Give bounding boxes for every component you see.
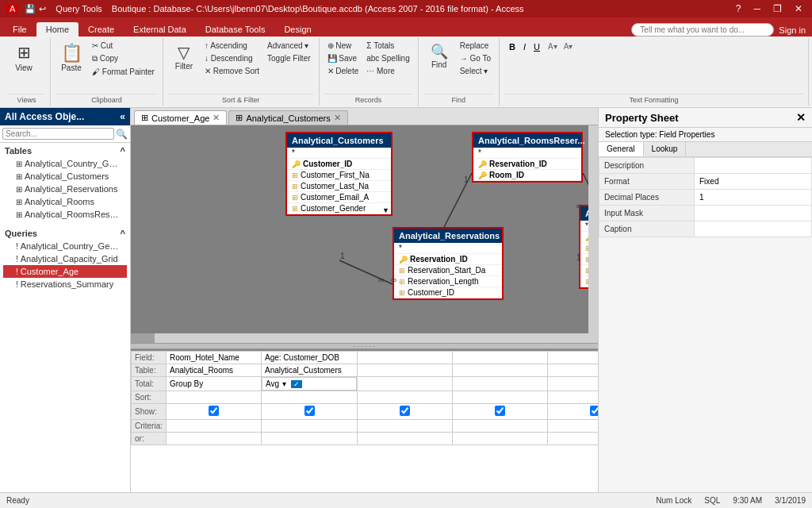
replace-button[interactable]: Replace [457,40,494,52]
grid-cell-field-5[interactable] [548,352,598,364]
new-button[interactable]: ⊕ New [324,40,362,52]
tab-close-analytical-customers[interactable]: ✕ [334,113,341,123]
grid-cell-sort-5[interactable] [548,391,598,404]
totals-button[interactable]: Σ Totals [363,40,412,52]
grid-cell-criteria-5[interactable] [548,420,598,433]
grid-cell-criteria-2[interactable] [262,420,358,433]
property-value-format[interactable]: Fixed [695,174,812,190]
tell-me-input[interactable] [631,23,774,37]
property-tab-general[interactable]: General [599,142,644,156]
underline-button[interactable]: U [530,41,543,52]
grid-cell-sort-2[interactable] [262,391,358,404]
grid-cell-show-1[interactable] [167,404,262,420]
sidebar-item-customer-age[interactable]: !Customer_Age [3,265,127,278]
find-button[interactable]: 🔍 Find [423,40,455,72]
grid-cell-field-3[interactable] [358,352,453,364]
advanced-button[interactable]: Advanced ▾ [264,40,313,52]
tab-database-tools[interactable]: Database Tools [196,22,275,37]
format-painter-button[interactable]: 🖌 Format Painter [89,66,158,78]
grid-cell-show-5[interactable] [548,404,598,420]
help-button[interactable]: ? [733,3,745,14]
goto-button[interactable]: → Go To [457,52,494,64]
grid-cell-total-1[interactable]: Group By [167,377,262,391]
design-grid-divider[interactable]: · · · · · · [131,343,598,349]
grid-cell-total-2[interactable]: Avg ▾ ✓ [262,377,357,391]
grid-cell-criteria-4[interactable] [453,420,548,433]
property-value-description[interactable] [695,158,812,174]
grid-cell-or-5[interactable] [548,433,598,445]
tab-design[interactable]: Design [274,22,320,37]
grid-cell-field-2[interactable]: Age: Customer_DOB [262,352,358,364]
bold-button[interactable]: B [506,41,519,52]
grid-cell-sort-4[interactable] [453,391,548,404]
view-button[interactable]: ⊞ View [8,40,40,75]
filter-button[interactable]: ▽ Filter [168,40,200,74]
select-button[interactable]: Select ▾ [457,65,494,77]
sidebar-item-rooms-reserved[interactable]: ⊞Analytical_RoomsReserved [3,208,127,221]
grid-cell-table-2[interactable]: Analytical_Customers [262,364,358,377]
toggle-filter-button[interactable]: Toggle Filter [264,52,313,64]
grid-cell-total-5[interactable] [548,377,598,391]
design-hscrollbar[interactable] [131,333,588,343]
grid-cell-total-4[interactable] [453,377,548,391]
delete-button[interactable]: ✕ Delete [324,65,362,77]
cut-button[interactable]: ✂ Cut [89,40,158,52]
grid-cell-sort-1[interactable] [167,391,262,404]
restore-button[interactable]: ❐ [770,3,785,14]
font-color-button[interactable]: A▾ [546,41,560,52]
grid-cell-field-4[interactable] [453,352,548,364]
tab-home[interactable]: Home [36,22,79,37]
sidebar-item-capacity-grid[interactable]: !Analytical_Capacity_Grid [3,252,127,265]
sidebar-item-rooms[interactable]: ⊞Analytical_Rooms [3,195,127,208]
grid-cell-table-5[interactable] [548,364,598,377]
sign-in-label[interactable]: Sign in [779,25,806,35]
show-checkbox-2[interactable] [304,406,315,416]
save-button[interactable]: 💾 Save [324,52,362,64]
sidebar-item-reservations[interactable]: ⊞Analytical_Reservations [3,183,127,195]
descending-button[interactable]: ↓ Descending [201,52,262,64]
ascending-button[interactable]: ↑ Ascending [201,40,262,52]
grid-cell-sort-3[interactable] [358,391,453,404]
property-tab-lookup[interactable]: Lookup [644,142,687,156]
grid-cell-or-2[interactable] [262,433,358,445]
tables-section-header[interactable]: Tables ^ [3,144,127,157]
tab-external-data[interactable]: External Data [124,22,196,37]
grid-cell-table-3[interactable] [358,364,453,377]
grid-cell-criteria-1[interactable] [167,420,262,433]
show-checkbox-5[interactable] [590,406,598,416]
tab-create[interactable]: Create [79,22,124,37]
grid-cell-or-4[interactable] [453,433,548,445]
sidebar-search-input[interactable] [2,128,114,140]
tab-customer-age[interactable]: ⊞ Customer_Age ✕ [134,110,227,125]
property-value-input-mask[interactable] [695,206,812,221]
grid-cell-criteria-3[interactable] [358,420,453,433]
remove-sort-button[interactable]: ✕ Remove Sort [201,65,262,77]
paste-button[interactable]: 📋 Paste [56,40,87,75]
more-button[interactable]: ⋯ More [363,65,412,77]
minimize-button[interactable]: ─ [750,3,764,14]
grid-cell-show-2[interactable] [262,404,358,420]
sidebar-item-country-gender[interactable]: ⊞Analytical_Country_Gender [3,157,127,170]
sidebar-item-customers[interactable]: ⊞Analytical_Customers [3,170,127,183]
show-checkbox-4[interactable] [495,406,505,416]
quick-access-undo[interactable]: ↩ [39,4,46,14]
italic-button[interactable]: I [520,41,529,52]
grid-cell-show-3[interactable] [358,404,453,420]
tab-close-customer-age[interactable]: ✕ [213,113,220,123]
tab-file[interactable]: File [3,22,36,37]
sidebar-search-icon[interactable]: 🔍 [116,129,128,140]
sidebar-item-country-gender-q[interactable]: !Analytical_Country_GenderQ [3,240,127,252]
sidebar-collapse-icon[interactable]: « [120,111,125,122]
grid-cell-or-1[interactable] [167,433,262,445]
grid-cell-total-3[interactable] [358,377,453,391]
grid-cell-field-1[interactable]: Room_Hotel_Name [167,352,262,364]
property-value-decimal-places[interactable]: 1 [695,190,812,206]
highlight-button[interactable]: A▾ [561,41,576,52]
grid-cell-or-3[interactable] [358,433,453,445]
show-checkbox-1[interactable] [209,406,219,416]
design-vscrollbar[interactable] [588,125,598,343]
grid-cell-show-4[interactable] [453,404,548,420]
spelling-button[interactable]: abc Spelling [363,52,412,64]
sidebar-item-reservations-summary[interactable]: !Reservations_Summary [3,278,127,291]
show-checkbox-3[interactable] [400,406,410,416]
